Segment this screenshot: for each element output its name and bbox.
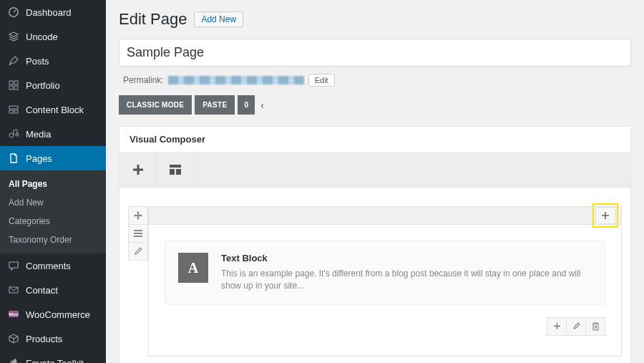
sidebar-item-label: Content Block: [26, 105, 84, 115]
vc-toolbar: [119, 153, 630, 188]
admin-sidebar: Dashboard Uncode Posts Portfolio Content…: [0, 0, 106, 363]
sidebar-item-label: WooCommerce: [26, 309, 90, 320]
svg-rect-16: [134, 230, 142, 231]
page-title-input[interactable]: [119, 39, 631, 67]
row-header: [148, 206, 622, 225]
svg-rect-1: [9, 81, 13, 84]
page-icon: [7, 152, 20, 165]
text-block-title: Text Block: [221, 253, 592, 263]
paste-count-button[interactable]: 0: [238, 95, 255, 115]
text-block-description: This is an example page. It's different …: [221, 268, 592, 292]
svg-rect-18: [134, 236, 142, 237]
sidebar-item-label: Media: [26, 129, 51, 140]
sidebar-item-label: Products: [26, 334, 62, 344]
page-heading: Edit Page: [119, 10, 187, 29]
permalink-value: [168, 76, 304, 84]
sidebar-item-media[interactable]: Media: [0, 122, 106, 146]
add-new-button[interactable]: Add New: [194, 11, 243, 27]
paste-button[interactable]: PASTE: [195, 95, 235, 115]
layers-icon: [7, 30, 20, 43]
permalink-edit-button[interactable]: Edit: [308, 74, 335, 87]
svg-rect-7: [14, 110, 18, 113]
row-tools: [128, 206, 148, 357]
woo-icon: Woo: [7, 308, 20, 321]
add-column-button[interactable]: [595, 207, 615, 224]
classic-mode-button[interactable]: CLASSIC MODE: [119, 95, 192, 115]
submenu-item-all-pages[interactable]: All Pages: [0, 175, 106, 193]
sidebar-item-woocommerce[interactable]: Woo WooCommerce: [0, 302, 106, 326]
grid-icon: [7, 79, 20, 92]
permalink-label: Permalink:: [123, 75, 164, 85]
sidebar-item-label: Pages: [26, 153, 52, 164]
column-edit-button[interactable]: [566, 317, 586, 336]
sidebar-item-label: Dashboard: [26, 7, 72, 18]
mail-icon: [7, 284, 20, 296]
text-block-element[interactable]: A Text Block This is an example page. It…: [165, 241, 605, 304]
main-content: Edit Page Add New Permalink: Edit CLASSI…: [106, 0, 644, 363]
column-tools: [165, 317, 605, 336]
sidebar-item-dashboard[interactable]: Dashboard: [0, 0, 106, 24]
row-layout-button[interactable]: [128, 224, 148, 243]
sidebar-item-products[interactable]: Products: [0, 326, 106, 351]
media-icon: [7, 127, 20, 140]
envato-icon: [7, 357, 20, 363]
sidebar-item-pages[interactable]: Pages: [0, 146, 106, 170]
sidebar-item-content-block[interactable]: Content Block: [0, 97, 106, 122]
sidebar-item-label: Portfolio: [26, 80, 60, 91]
submenu-item-taxonomy-order[interactable]: Taxonomy Order: [0, 231, 106, 249]
sidebar-item-label: Contact: [26, 285, 58, 296]
move-row-button[interactable]: [128, 206, 148, 225]
svg-rect-17: [134, 233, 142, 234]
pin-icon: [7, 54, 20, 67]
column-add-button[interactable]: [547, 317, 567, 336]
submenu-item-categories[interactable]: Categories: [0, 212, 106, 231]
text-block-icon: A: [178, 253, 208, 283]
svg-rect-5: [9, 106, 18, 109]
comment-icon: [7, 259, 20, 272]
chevron-left-icon[interactable]: ‹: [258, 100, 267, 111]
svg-rect-13: [170, 165, 181, 168]
add-element-button[interactable]: [119, 153, 157, 187]
svg-rect-14: [170, 169, 175, 175]
sidebar-item-comments[interactable]: Comments: [0, 253, 106, 278]
sidebar-submenu: All Pages Add New Categories Taxonomy Or…: [0, 170, 106, 253]
submenu-item-add-new[interactable]: Add New: [0, 193, 106, 212]
visual-composer-panel: Visual Composer: [119, 126, 631, 363]
svg-rect-2: [14, 81, 18, 84]
sidebar-item-portfolio[interactable]: Portfolio: [0, 73, 106, 97]
sidebar-item-label: Uncode: [26, 32, 58, 42]
svg-rect-4: [14, 86, 18, 89]
svg-rect-6: [9, 110, 13, 113]
sidebar-item-uncode[interactable]: Uncode: [0, 24, 106, 49]
svg-rect-3: [9, 86, 13, 89]
svg-point-8: [9, 133, 14, 137]
dashboard-icon: [7, 6, 20, 19]
sidebar-item-posts[interactable]: Posts: [0, 49, 106, 73]
blocks-icon: [7, 103, 20, 116]
column-delete-button[interactable]: [585, 317, 605, 336]
sidebar-item-contact[interactable]: Contact: [0, 278, 106, 302]
box-icon: [7, 332, 20, 345]
edit-row-button[interactable]: [128, 242, 148, 261]
sidebar-item-label: Comments: [26, 261, 71, 271]
svg-text:Woo: Woo: [9, 312, 19, 316]
templates-button[interactable]: [157, 153, 194, 187]
svg-rect-15: [176, 169, 181, 175]
sidebar-item-label: Posts: [26, 56, 49, 67]
sidebar-item-envato-toolkit[interactable]: Envato Toolkit: [0, 351, 106, 363]
sidebar-item-label: Envato Toolkit: [26, 358, 84, 364]
visual-composer-title: Visual Composer: [119, 127, 630, 153]
